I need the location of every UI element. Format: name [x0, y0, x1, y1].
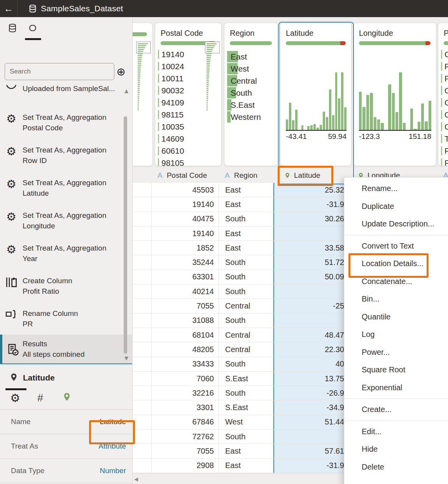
- cell-latitude[interactable]: 30.26: [273, 212, 352, 226]
- cell-region[interactable]: Central: [219, 342, 273, 356]
- step-item-row-id[interactable]: ⚙Set Treat As, AggregationRow ID: [0, 145, 132, 166]
- cell-partial[interactable]: [133, 372, 152, 386]
- cell-region[interactable]: South: [219, 314, 273, 328]
- menu-item-location-details[interactable]: Location Details...: [344, 255, 448, 273]
- cell-region[interactable]: West: [219, 415, 273, 429]
- step-item-longitude[interactable]: ⚙Set Treat As, AggregationLongitude: [0, 210, 132, 231]
- cell-postal-code[interactable]: 33433: [152, 357, 219, 371]
- cell-partial[interactable]: [133, 357, 152, 371]
- cell-region[interactable]: South: [219, 430, 273, 444]
- cell-postal-code[interactable]: 68104: [152, 328, 219, 342]
- cell-postal-code[interactable]: 40475: [152, 212, 219, 226]
- cell-region[interactable]: Central: [219, 299, 273, 313]
- profile-value-row[interactable]: F: [438, 145, 448, 157]
- scroll-up-arrow[interactable]: ▲: [124, 88, 128, 94]
- location-tab-icon[interactable]: [62, 392, 72, 403]
- cell-postal-code[interactable]: 67846: [152, 415, 219, 429]
- profile-card-latitude[interactable]: Latitude-43.4159.94: [280, 23, 352, 166]
- profile-value-row[interactable]: C: [438, 96, 448, 109]
- cell-partial[interactable]: [133, 459, 152, 473]
- menu-item-quantile[interactable]: Quantile: [344, 308, 448, 326]
- menu-item-power[interactable]: Power...: [344, 344, 448, 361]
- menu-item-create[interactable]: Create...: [344, 401, 448, 419]
- cell-postal-code[interactable]: 40214: [152, 284, 219, 298]
- cell-partial[interactable]: [133, 270, 152, 284]
- menu-item-square-root[interactable]: Square Root: [344, 361, 448, 379]
- cell-partial[interactable]: [133, 314, 152, 328]
- cell-region[interactable]: South: [219, 255, 273, 269]
- profile-card-partial[interactable]: [133, 23, 153, 166]
- cell-region[interactable]: South: [219, 212, 273, 226]
- cell-partial[interactable]: [133, 197, 152, 211]
- cell-latitude[interactable]: 57.61: [273, 444, 352, 458]
- cell-partial[interactable]: [133, 430, 152, 444]
- cell-latitude[interactable]: -31.9: [273, 197, 352, 211]
- step-item-year[interactable]: ⚙Set Treat As, AggregationYear: [0, 243, 132, 264]
- back-button[interactable]: ←: [0, 3, 17, 14]
- step-item-all-steps-combined[interactable]: ResultsAll steps combined: [0, 335, 132, 364]
- scroll-down-arrow[interactable]: ▼: [124, 355, 128, 361]
- profile-value-row[interactable]: C: [438, 48, 448, 60]
- search-input[interactable]: [5, 63, 114, 80]
- cell-latitude[interactable]: 51.72: [273, 255, 352, 269]
- step-item-latitude[interactable]: ⚙Set Treat As, AggregationLatitude: [0, 177, 132, 198]
- step-item-pr[interactable]: Rename ColumnPR: [0, 308, 132, 329]
- cell-latitude[interactable]: 25.32: [273, 183, 352, 197]
- cell-partial[interactable]: [133, 444, 152, 458]
- cell-latitude[interactable]: -25: [273, 299, 352, 313]
- menu-item-concatenate[interactable]: Concatenate...: [344, 273, 448, 291]
- profile-value-row[interactable]: 60610: [155, 145, 221, 157]
- profile-value-row[interactable]: S.East: [224, 99, 277, 111]
- step-item-uploaded-from-samplesal-[interactable]: Uploaded from SampleSal...: [0, 83, 132, 104]
- cell-region[interactable]: East: [219, 459, 273, 473]
- cell-region[interactable]: South: [219, 270, 273, 284]
- cell-postal-code[interactable]: 72762: [152, 430, 219, 444]
- cell-latitude[interactable]: 22.30: [273, 342, 352, 356]
- cell-region[interactable]: Central: [219, 328, 273, 342]
- cell-postal-code[interactable]: 3301: [152, 400, 219, 414]
- cell-latitude[interactable]: 51.44: [273, 415, 352, 429]
- cell-postal-code[interactable]: 48205: [152, 342, 219, 356]
- cell-postal-code[interactable]: 35244: [152, 255, 219, 269]
- cell-latitude[interactable]: -34.9: [273, 400, 352, 414]
- gear-tab-icon[interactable]: ⚙: [10, 392, 20, 404]
- cell-postal-code[interactable]: 2908: [152, 459, 219, 473]
- cell-partial[interactable]: [133, 241, 152, 255]
- profile-value-row[interactable]: Western: [224, 111, 277, 123]
- property-value-data-type[interactable]: Number: [100, 466, 126, 475]
- cell-partial[interactable]: [133, 183, 152, 197]
- cell-postal-code[interactable]: 19140: [152, 197, 219, 211]
- menu-item-delete[interactable]: Delete: [344, 458, 448, 476]
- cell-partial[interactable]: [133, 255, 152, 269]
- cell-region[interactable]: S.East: [219, 400, 273, 414]
- transform-tab-icon[interactable]: [28, 23, 37, 34]
- cell-region[interactable]: East: [219, 183, 273, 197]
- menu-item-exponential[interactable]: Exponential: [344, 379, 448, 397]
- cell-partial[interactable]: [133, 284, 152, 298]
- menu-item-log[interactable]: Log: [344, 326, 448, 344]
- column-header-region[interactable]: ARegion: [219, 168, 273, 183]
- cell-region[interactable]: South: [219, 357, 273, 371]
- profile-card-pr[interactable]: PrCFFOCCCTFF: [438, 23, 448, 166]
- cell-partial[interactable]: [133, 212, 152, 226]
- cell-partial[interactable]: [133, 415, 152, 429]
- profile-value-row[interactable]: 14609: [155, 133, 221, 145]
- cell-postal-code[interactable]: 32216: [152, 386, 219, 400]
- profile-value-row[interactable]: F: [438, 157, 448, 166]
- cell-postal-code[interactable]: 19140: [152, 226, 219, 240]
- cell-latitude[interactable]: [273, 314, 352, 328]
- profile-value-row[interactable]: 98105: [155, 157, 221, 166]
- profile-value-row[interactable]: 10035: [155, 121, 221, 133]
- cell-latitude[interactable]: [273, 284, 352, 298]
- property-value-treat-as[interactable]: Attribute: [98, 442, 126, 451]
- cell-region[interactable]: East: [219, 197, 273, 211]
- profile-value-row[interactable]: West: [224, 63, 277, 75]
- menu-item-bin[interactable]: Bin...: [344, 290, 448, 308]
- column-header-partial[interactable]: [133, 168, 152, 183]
- number-tab-icon[interactable]: #: [37, 392, 43, 404]
- scroll-left-arrow[interactable]: ◀: [134, 476, 138, 482]
- cell-partial[interactable]: [133, 328, 152, 342]
- step-item-profit-ratio[interactable]: Create ColumnProfit Ratio: [0, 275, 132, 296]
- cell-partial[interactable]: [133, 342, 152, 356]
- cell-region[interactable]: South: [219, 284, 273, 298]
